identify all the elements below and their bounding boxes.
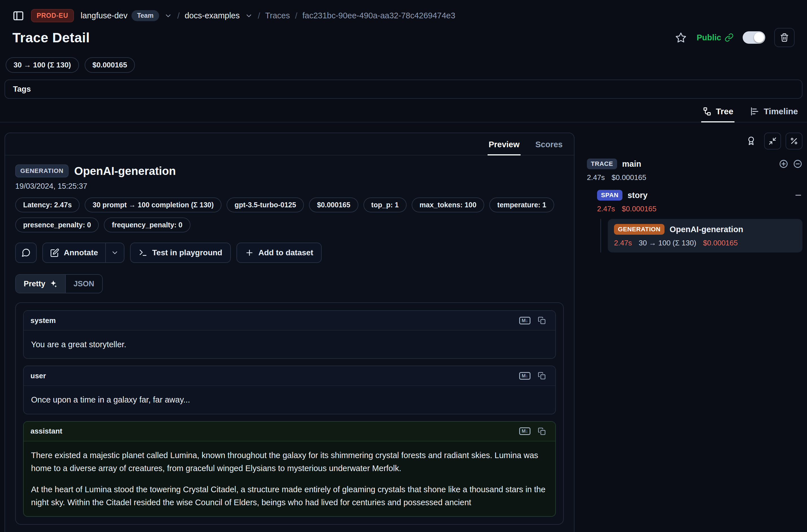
- sidebar-toggle-icon[interactable]: [13, 10, 24, 22]
- markdown-icon: M↓: [519, 317, 531, 324]
- message-system: system M↓ You are a great storyteller.: [23, 310, 556, 359]
- observation-header: GENERATION OpenAI-generation: [15, 165, 564, 177]
- tab-timeline-label: Timeline: [764, 107, 798, 116]
- observation-detail-panel: Preview Scores GENERATION OpenAI-generat…: [4, 133, 575, 532]
- tab-scores[interactable]: Scores: [534, 140, 564, 155]
- annotate-split-button: Annotate: [42, 243, 125, 263]
- title-actions: Public: [674, 28, 794, 47]
- tags-container[interactable]: Tags: [4, 79, 803, 99]
- public-status: Public: [697, 33, 734, 42]
- markdown-toggle-button[interactable]: M↓: [518, 426, 531, 437]
- tags-label: Tags: [13, 84, 31, 93]
- span-latency: 2.47s: [597, 205, 615, 213]
- breadcrumb-separator: /: [177, 11, 180, 21]
- annotate-label: Annotate: [64, 248, 98, 257]
- bookmark-star-button[interactable]: [674, 31, 688, 44]
- trace-children: SPAN story 2.47s $0.000165: [597, 190, 803, 252]
- breadcrumb-organization[interactable]: langfuse-dev: [81, 11, 128, 20]
- format-pretty-segment[interactable]: Pretty: [16, 275, 66, 293]
- comment-button[interactable]: [15, 243, 37, 263]
- message-header: assistant M↓: [24, 422, 555, 441]
- message-header: user M↓: [24, 366, 555, 386]
- message-assistant: assistant M↓ There existed a majestic pl…: [23, 421, 556, 517]
- copy-icon[interactable]: [535, 370, 548, 381]
- collapse-node-minus-icon[interactable]: [794, 191, 803, 200]
- observation-type-badge: GENERATION: [15, 165, 69, 177]
- public-link-icon[interactable]: [725, 33, 734, 42]
- detail-body: GENERATION OpenAI-generation 19/03/2024,…: [5, 155, 574, 532]
- span-badge: SPAN: [597, 190, 622, 201]
- breadcrumb: langfuse-dev Team / docs-examples / Trac…: [81, 10, 455, 21]
- message-text: Once upon a time in a galaxy far, far aw…: [31, 393, 548, 406]
- delete-trace-button[interactable]: [774, 28, 794, 47]
- test-in-playground-button[interactable]: Test in playground: [130, 243, 230, 263]
- view-mode-tabs: Tree Timeline: [0, 99, 807, 122]
- model-pill[interactable]: gpt-3.5-turbo-0125: [227, 197, 304, 212]
- percent-metrics-icon[interactable]: [786, 133, 803, 150]
- tab-tree-label: Tree: [716, 107, 733, 116]
- generation-badge: GENERATION: [614, 224, 664, 235]
- project-switcher-chevron-icon[interactable]: [245, 12, 253, 20]
- page-title: Trace Detail: [13, 30, 90, 45]
- trace-name: main: [622, 159, 641, 169]
- tab-timeline[interactable]: Timeline: [749, 107, 799, 122]
- title-row: Trace Detail Public: [0, 24, 807, 53]
- message-content: You are a great storyteller.: [24, 330, 555, 358]
- breadcrumb-separator: /: [258, 11, 260, 21]
- tree-expand-controls: [779, 159, 803, 169]
- tree-icon: [702, 107, 712, 116]
- annotate-button[interactable]: Annotate: [43, 243, 105, 262]
- breadcrumb-traces-link[interactable]: Traces: [265, 11, 290, 20]
- token-usage-pill: 30 prompt → 100 completion (Σ 130): [85, 197, 222, 212]
- breadcrumb-project[interactable]: docs-examples: [185, 11, 240, 20]
- tab-tree[interactable]: Tree: [701, 107, 734, 122]
- message-role: user: [31, 372, 46, 380]
- collapse-view-icon[interactable]: [764, 133, 781, 150]
- message-tools: M↓: [518, 426, 548, 437]
- collapse-all-minus-circle-icon[interactable]: [793, 159, 803, 169]
- trace-cost: $0.000165: [612, 173, 646, 182]
- presence-penalty-pill: presence_penalty: 0: [15, 217, 99, 232]
- tree-node-span: SPAN story 2.47s $0.000165: [597, 190, 803, 252]
- format-toggle: Pretty JSON: [15, 274, 103, 293]
- copy-icon[interactable]: [535, 315, 548, 326]
- public-label: Public: [697, 33, 721, 42]
- message-content: There existed a majestic planet called L…: [24, 441, 555, 516]
- timeline-icon: [750, 107, 760, 116]
- trace-metrics: 2.47s $0.000165: [587, 173, 803, 182]
- temperature-pill: temperature: 1: [489, 197, 554, 212]
- markdown-icon: M↓: [519, 372, 531, 380]
- markdown-toggle-button[interactable]: M↓: [518, 370, 531, 381]
- generation-cost: $0.000165: [703, 239, 738, 247]
- environment-badge: PROD-EU: [31, 9, 74, 22]
- trace-latency: 2.47s: [587, 173, 605, 182]
- span-children: GENERATION OpenAI-generation 2.47s 30 → …: [600, 219, 803, 252]
- message-tools: M↓: [518, 370, 548, 381]
- copy-icon[interactable]: [535, 426, 548, 437]
- public-toggle[interactable]: [743, 31, 765, 44]
- message-user: user M↓ Once upon a time in a galaxy far…: [23, 365, 556, 414]
- message-header: system M↓: [24, 311, 555, 330]
- annotate-dropdown-chevron-icon[interactable]: [105, 243, 124, 262]
- expand-all-plus-circle-icon[interactable]: [779, 159, 788, 169]
- generation-metrics: 2.47s 30 → 100 (Σ 130) $0.000165: [614, 239, 796, 247]
- trace-badge: TRACE: [587, 158, 617, 169]
- tab-preview[interactable]: Preview: [488, 140, 521, 155]
- org-switcher-chevron-icon[interactable]: [164, 12, 172, 20]
- format-json-segment[interactable]: JSON: [66, 275, 102, 293]
- markdown-toggle-button[interactable]: M↓: [518, 315, 531, 326]
- add-to-dataset-button[interactable]: Add to dataset: [237, 243, 322, 263]
- message-text: There existed a majestic planet called L…: [31, 449, 548, 475]
- trace-tree: TRACE main 2.47s $0.000165: [587, 158, 803, 252]
- annotation-queue-award-icon[interactable]: [743, 133, 759, 150]
- generation-name: OpenAI-generation: [670, 225, 743, 234]
- message-text: At the heart of Lumina stood the towerin…: [31, 483, 548, 509]
- toggle-knob: [754, 33, 764, 43]
- message-text: You are a great storyteller.: [31, 338, 548, 351]
- span-row[interactable]: SPAN story: [597, 190, 803, 201]
- cost-pill: $0.000165: [309, 197, 358, 212]
- trace-row[interactable]: TRACE main: [587, 158, 803, 169]
- frequency-penalty-pill: frequency_penalty: 0: [104, 217, 190, 232]
- observation-timestamp: 19/03/2024, 15:25:37: [15, 182, 564, 191]
- tree-node-generation-selected[interactable]: GENERATION OpenAI-generation 2.47s 30 → …: [608, 219, 803, 252]
